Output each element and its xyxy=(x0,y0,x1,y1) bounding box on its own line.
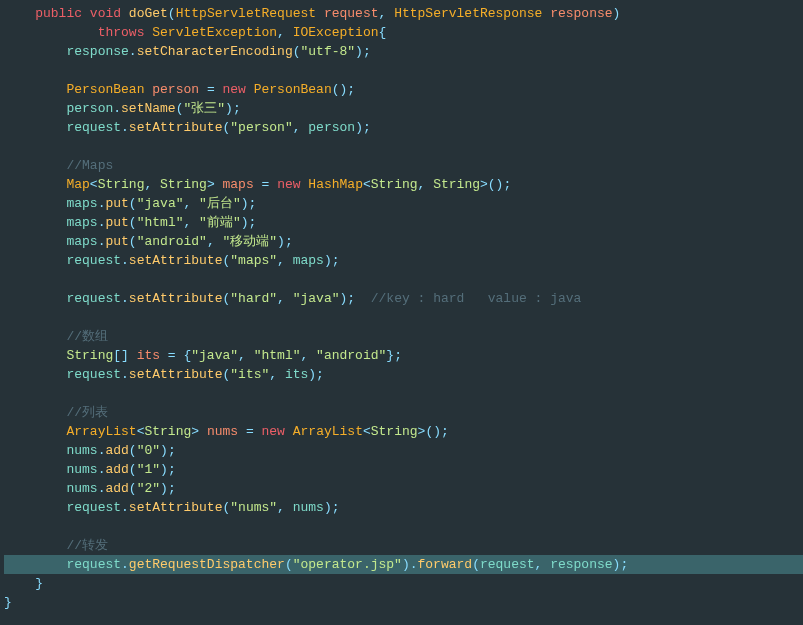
code-token: < xyxy=(363,424,371,439)
code-token xyxy=(4,576,35,591)
code-token: ); xyxy=(225,101,241,116)
code-line[interactable]: } xyxy=(4,593,803,612)
code-token: "maps" xyxy=(230,253,277,268)
code-editor[interactable]: public void doGet(HttpServletRequest req… xyxy=(0,0,803,616)
code-token: setName xyxy=(121,101,176,116)
code-line[interactable]: request.getRequestDispatcher("operator.j… xyxy=(4,555,803,574)
code-token: ( xyxy=(129,196,137,211)
code-line[interactable] xyxy=(4,61,803,80)
code-line[interactable]: maps.put("html", "前端"); xyxy=(4,213,803,232)
code-line[interactable]: //转发 xyxy=(4,536,803,555)
code-token: request xyxy=(66,367,121,382)
code-line[interactable] xyxy=(4,308,803,327)
code-token: new xyxy=(222,82,253,97)
code-token: put xyxy=(105,196,128,211)
code-line[interactable]: maps.put("android", "移动端"); xyxy=(4,232,803,251)
code-line[interactable]: nums.add("2"); xyxy=(4,479,803,498)
code-token: //key : hard value : java xyxy=(371,291,582,306)
code-token: , xyxy=(293,120,309,135)
code-token: setAttribute xyxy=(129,291,223,306)
code-token: //转发 xyxy=(66,538,108,553)
code-token: String xyxy=(160,177,207,192)
code-token: ); xyxy=(160,481,176,496)
code-token: ); xyxy=(340,291,371,306)
code-token: ArrayList xyxy=(66,424,136,439)
code-token: ( xyxy=(168,6,176,21)
code-line[interactable]: request.setAttribute("maps", maps); xyxy=(4,251,803,270)
code-token: = xyxy=(246,424,262,439)
code-line[interactable]: String[] its = {"java", "html", "android… xyxy=(4,346,803,365)
code-token xyxy=(4,177,66,192)
code-token: forward xyxy=(418,557,473,572)
code-token: ). xyxy=(402,557,418,572)
code-token: person xyxy=(152,82,199,97)
code-token: response xyxy=(550,557,612,572)
code-token: "张三" xyxy=(183,101,225,116)
code-token xyxy=(4,120,66,135)
code-token: , xyxy=(277,25,293,40)
code-token: "后台" xyxy=(199,196,241,211)
code-token: "html" xyxy=(137,215,184,230)
code-token: HttpServletResponse xyxy=(394,6,550,21)
code-token: = { xyxy=(168,348,191,363)
code-token: > xyxy=(191,424,207,439)
code-line[interactable] xyxy=(4,384,803,403)
code-token: //Maps xyxy=(66,158,113,173)
code-token: IOException xyxy=(293,25,379,40)
code-token: "2" xyxy=(137,481,160,496)
code-line[interactable]: Map<String, String> maps = new HashMap<S… xyxy=(4,175,803,194)
code-token: "0" xyxy=(137,443,160,458)
code-line[interactable]: //Maps xyxy=(4,156,803,175)
code-line[interactable]: } xyxy=(4,574,803,593)
code-token: } xyxy=(4,595,12,610)
code-token: "前端" xyxy=(199,215,241,230)
code-line[interactable]: request.setAttribute("hard", "java"); //… xyxy=(4,289,803,308)
code-token: "operator.jsp" xyxy=(293,557,402,572)
code-token: put xyxy=(105,215,128,230)
code-line[interactable]: response.setCharacterEncoding("utf-8"); xyxy=(4,42,803,61)
code-token: ArrayList xyxy=(293,424,363,439)
code-token: "person" xyxy=(230,120,292,135)
code-line[interactable]: //列表 xyxy=(4,403,803,422)
code-line[interactable]: request.setAttribute("person", person); xyxy=(4,118,803,137)
code-token: ); xyxy=(277,234,293,249)
code-token: "java" xyxy=(191,348,238,363)
code-token: }; xyxy=(386,348,402,363)
code-line[interactable]: throws ServletException, IOException{ xyxy=(4,23,803,42)
code-line[interactable]: ArrayList<String> nums = new ArrayList<S… xyxy=(4,422,803,441)
code-token: >(); xyxy=(418,424,449,439)
code-token: setCharacterEncoding xyxy=(137,44,293,59)
code-token: new xyxy=(262,424,293,439)
code-line[interactable]: maps.put("java", "后台"); xyxy=(4,194,803,213)
code-token xyxy=(160,348,168,363)
code-token: request xyxy=(66,500,121,515)
code-line[interactable]: request.setAttribute("its", its); xyxy=(4,365,803,384)
code-token: < xyxy=(90,177,98,192)
code-token: put xyxy=(105,234,128,249)
code-token: "1" xyxy=(137,462,160,477)
code-token: < xyxy=(363,177,371,192)
code-token: PersonBean xyxy=(66,82,152,97)
code-token: person xyxy=(308,120,355,135)
code-token xyxy=(4,25,98,40)
code-token: "hard" xyxy=(230,291,277,306)
code-token: throws xyxy=(98,25,153,40)
code-line[interactable]: //数组 xyxy=(4,327,803,346)
code-token xyxy=(4,6,35,21)
code-token xyxy=(254,177,262,192)
code-line[interactable]: request.setAttribute("nums", nums); xyxy=(4,498,803,517)
code-line[interactable]: person.setName("张三"); xyxy=(4,99,803,118)
code-token: void xyxy=(90,6,129,21)
code-token: ); xyxy=(308,367,324,382)
code-token: response xyxy=(66,44,128,59)
code-line[interactable]: nums.add("1"); xyxy=(4,460,803,479)
code-token: , xyxy=(183,215,199,230)
code-line[interactable] xyxy=(4,137,803,156)
code-line[interactable]: PersonBean person = new PersonBean(); xyxy=(4,80,803,99)
code-token: ( xyxy=(129,215,137,230)
code-line[interactable] xyxy=(4,270,803,289)
code-token: //列表 xyxy=(66,405,108,420)
code-line[interactable]: public void doGet(HttpServletRequest req… xyxy=(4,4,803,23)
code-line[interactable]: nums.add("0"); xyxy=(4,441,803,460)
code-line[interactable] xyxy=(4,517,803,536)
